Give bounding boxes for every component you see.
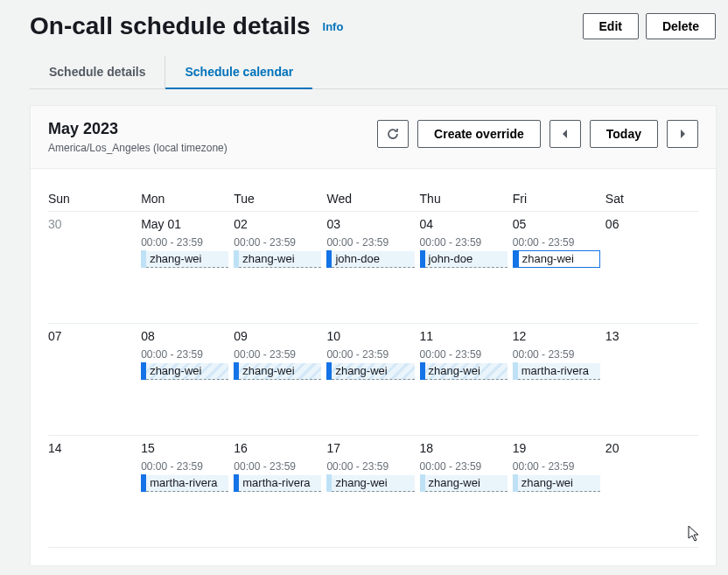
- event-assignee: zhang-wei: [239, 363, 321, 380]
- shift-event[interactable]: martha-rivera: [234, 474, 321, 492]
- event-assignee: zhang-wei: [425, 475, 508, 492]
- day-cell[interactable]: 1200:00 - 23:59martha-rivera: [513, 324, 606, 436]
- create-override-button[interactable]: Create override: [417, 120, 541, 148]
- shift-event[interactable]: zhang-wei: [513, 250, 600, 268]
- time-range: 00:00 - 23:59: [234, 236, 325, 249]
- shift-event[interactable]: john-doe: [420, 250, 508, 268]
- timezone-label: America/Los_Angeles (local timezone): [48, 142, 228, 154]
- chevron-left-icon: [561, 129, 570, 139]
- day-header: Wed: [326, 186, 419, 212]
- time-range: 00:00 - 23:59: [420, 236, 511, 249]
- day-cell[interactable]: May 0100:00 - 23:59zhang-wei: [141, 212, 234, 324]
- shift-event[interactable]: zhang-wei: [326, 474, 414, 492]
- day-number: 11: [420, 329, 511, 343]
- prev-button[interactable]: [550, 120, 581, 148]
- day-cell[interactable]: 1700:00 - 23:59zhang-wei: [326, 436, 419, 548]
- day-cell[interactable]: 0900:00 - 23:59zhang-wei: [234, 324, 326, 436]
- shift-event[interactable]: zhang-wei: [420, 362, 508, 380]
- day-cell[interactable]: 30: [48, 212, 141, 324]
- next-button[interactable]: [667, 120, 698, 148]
- event-assignee: zhang-wei: [425, 363, 508, 380]
- time-range: 00:00 - 23:59: [420, 460, 511, 473]
- day-cell[interactable]: 14: [48, 436, 141, 548]
- event-assignee: zhang-wei: [519, 251, 599, 267]
- tab-schedule-details[interactable]: Schedule details: [30, 56, 165, 88]
- day-cell[interactable]: 1900:00 - 23:59zhang-wei: [513, 436, 606, 548]
- day-cell[interactable]: 1100:00 - 23:59zhang-wei: [420, 324, 513, 436]
- day-number: 30: [48, 217, 139, 231]
- event-assignee: john-doe: [332, 251, 414, 268]
- event-assignee: john-doe: [425, 251, 508, 268]
- day-number: May 01: [141, 217, 232, 231]
- day-number: 14: [48, 441, 139, 455]
- shift-event[interactable]: zhang-wei: [234, 250, 321, 268]
- time-range: 00:00 - 23:59: [141, 460, 232, 473]
- day-cell[interactable]: 1800:00 - 23:59zhang-wei: [420, 436, 513, 548]
- event-assignee: zhang-wei: [239, 251, 321, 268]
- calendar-panel: May 2023 America/Los_Angeles (local time…: [30, 105, 717, 566]
- shift-event[interactable]: zhang-wei: [141, 250, 228, 268]
- time-range: 00:00 - 23:59: [420, 348, 511, 361]
- event-assignee: martha-rivera: [518, 363, 600, 380]
- day-cell[interactable]: 13: [606, 324, 698, 436]
- day-number: 06: [606, 217, 696, 231]
- info-link[interactable]: Info: [323, 20, 344, 33]
- shift-event[interactable]: martha-rivera: [513, 362, 600, 380]
- day-cell[interactable]: 0400:00 - 23:59john-doe: [420, 212, 513, 324]
- day-header: Sun: [48, 186, 141, 212]
- time-range: 00:00 - 23:59: [513, 348, 604, 361]
- shift-event[interactable]: martha-rivera: [141, 474, 228, 492]
- day-cell[interactable]: 1600:00 - 23:59martha-rivera: [234, 436, 326, 548]
- day-number: 04: [420, 217, 511, 231]
- day-number: 20: [606, 441, 696, 455]
- shift-event[interactable]: zhang-wei: [513, 474, 600, 492]
- event-assignee: martha-rivera: [146, 475, 228, 492]
- today-button[interactable]: Today: [590, 120, 658, 148]
- day-cell[interactable]: 0500:00 - 23:59zhang-wei: [513, 212, 606, 324]
- time-range: 00:00 - 23:59: [326, 348, 417, 361]
- day-number: 02: [234, 217, 325, 231]
- day-number: 12: [513, 329, 604, 343]
- shift-event[interactable]: john-doe: [326, 250, 414, 268]
- day-number: 08: [141, 329, 232, 343]
- event-assignee: zhang-wei: [518, 475, 600, 492]
- time-range: 00:00 - 23:59: [141, 348, 232, 361]
- day-header: Fri: [513, 186, 606, 212]
- event-assignee: zhang-wei: [332, 363, 414, 380]
- time-range: 00:00 - 23:59: [513, 460, 604, 473]
- edit-button[interactable]: Edit: [583, 13, 639, 39]
- day-cell[interactable]: 0300:00 - 23:59john-doe: [326, 212, 419, 324]
- shift-event[interactable]: zhang-wei: [420, 474, 508, 492]
- time-range: 00:00 - 23:59: [141, 236, 232, 249]
- day-number: 17: [326, 441, 417, 455]
- refresh-button[interactable]: [377, 120, 409, 148]
- event-assignee: zhang-wei: [146, 251, 228, 268]
- day-number: 10: [326, 329, 417, 343]
- shift-event[interactable]: zhang-wei: [141, 362, 228, 380]
- time-range: 00:00 - 23:59: [326, 236, 417, 249]
- day-header: Sat: [606, 186, 698, 212]
- day-number: 07: [48, 329, 139, 343]
- time-range: 00:00 - 23:59: [234, 460, 325, 473]
- time-range: 00:00 - 23:59: [326, 460, 417, 473]
- day-cell[interactable]: 20: [606, 436, 698, 548]
- day-cell[interactable]: 06: [606, 212, 698, 324]
- day-number: 05: [513, 217, 604, 231]
- event-assignee: zhang-wei: [146, 363, 228, 380]
- time-range: 00:00 - 23:59: [513, 236, 604, 249]
- day-number: 13: [606, 329, 696, 343]
- day-cell[interactable]: 0200:00 - 23:59zhang-wei: [234, 212, 326, 324]
- shift-event[interactable]: zhang-wei: [326, 362, 414, 380]
- day-cell[interactable]: 0800:00 - 23:59zhang-wei: [141, 324, 234, 436]
- shift-event[interactable]: zhang-wei: [234, 362, 321, 380]
- delete-button[interactable]: Delete: [646, 13, 716, 39]
- day-header: Tue: [234, 186, 326, 212]
- tab-schedule-calendar[interactable]: Schedule calendar: [165, 56, 312, 89]
- day-number: 18: [420, 441, 511, 455]
- tab-bar: Schedule details Schedule calendar: [30, 56, 728, 89]
- day-cell[interactable]: 1500:00 - 23:59martha-rivera: [141, 436, 234, 548]
- day-number: 09: [234, 329, 325, 343]
- day-cell[interactable]: 1000:00 - 23:59zhang-wei: [326, 324, 419, 436]
- day-cell[interactable]: 07: [48, 324, 141, 436]
- day-header: Thu: [420, 186, 513, 212]
